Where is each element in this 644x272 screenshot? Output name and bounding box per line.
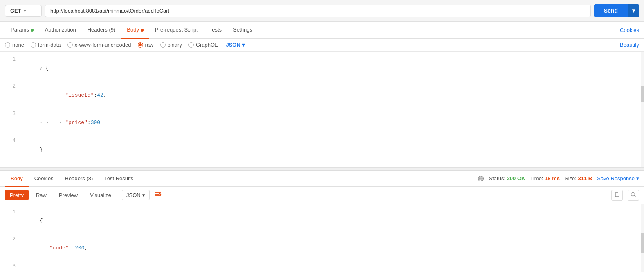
section-divider: [0, 168, 644, 171]
url-input[interactable]: [45, 5, 591, 17]
radio-graphql[interactable]: GraphQL: [188, 42, 218, 48]
resp-tab-test-results[interactable]: Test Results: [99, 171, 139, 187]
radio-circle-binary: [160, 42, 166, 48]
tab-pre-request[interactable]: Pre-request Script: [149, 22, 204, 39]
response-code-editor: 1 { 2 "code": 200, 3 "orderId": 6, 4 "me…: [0, 204, 644, 272]
radio-raw[interactable]: raw: [138, 42, 154, 48]
radio-circle-form-data: [31, 42, 36, 48]
time-value: 18 ms: [545, 175, 560, 181]
svg-rect-8: [615, 193, 619, 197]
size-label: Size: 311 B: [565, 175, 592, 181]
resp-tab-body[interactable]: Body: [5, 171, 29, 187]
send-label: Send: [594, 4, 628, 17]
status-label: Status: 200 OK: [489, 175, 525, 181]
wrap-icon[interactable]: [154, 191, 162, 200]
method-chevron: ▾: [24, 9, 26, 13]
request-tabs: Params Authorization Headers (9) Body Pr…: [0, 22, 644, 39]
radio-urlencoded[interactable]: x-www-form-urlencoded: [67, 42, 131, 48]
view-preview-button[interactable]: Preview: [54, 190, 83, 200]
time-label: Time: 18 ms: [530, 175, 560, 181]
radio-none[interactable]: none: [5, 42, 24, 48]
save-response-chevron: ▾: [636, 175, 639, 181]
url-bar: GET ▾ Send ▾: [0, 0, 644, 22]
tab-body[interactable]: Body: [121, 22, 149, 39]
resp-scrollbar-track: [641, 204, 644, 272]
response-view-bar: Pretty Raw Preview Visualize JSON ▾: [0, 187, 644, 204]
params-dot: [31, 29, 34, 32]
send-arrow-icon[interactable]: ▾: [628, 4, 639, 17]
method-label: GET: [10, 8, 21, 14]
method-selector[interactable]: GET ▾: [5, 5, 42, 17]
radio-form-data[interactable]: form-data: [31, 42, 61, 48]
req-line-2: 2 · · · · "issueId":42,: [0, 82, 644, 109]
send-button[interactable]: Send ▾: [594, 4, 639, 17]
tab-tests[interactable]: Tests: [204, 22, 227, 39]
search-icon[interactable]: [628, 190, 639, 201]
response-tabs-bar: Body Cookies Headers (8) Test Results St…: [0, 171, 644, 187]
resp-scrollbar-thumb[interactable]: [641, 233, 644, 253]
tab-headers[interactable]: Headers (9): [82, 22, 121, 39]
tab-settings[interactable]: Settings: [227, 22, 258, 39]
req-line-1: 1 ∨{: [0, 55, 644, 82]
tab-params[interactable]: Params: [5, 22, 39, 39]
cookies-link[interactable]: Cookies: [620, 27, 639, 33]
view-pretty-button[interactable]: Pretty: [5, 190, 29, 200]
radio-circle-none: [5, 42, 10, 48]
status-value: 200 OK: [507, 175, 525, 181]
copy-icon[interactable]: [611, 190, 623, 201]
beautify-button[interactable]: Beautify: [620, 42, 639, 48]
globe-icon: [478, 175, 484, 182]
resp-tab-headers[interactable]: Headers (8): [59, 171, 99, 187]
resp-tab-cookies[interactable]: Cookies: [29, 171, 59, 187]
radio-binary[interactable]: binary: [160, 42, 182, 48]
resp-line-3: 3 "orderId": 6,: [0, 262, 644, 272]
req-line-4: 4 }: [0, 136, 644, 163]
body-dot: [141, 29, 144, 32]
response-format-dropdown[interactable]: JSON ▾: [122, 190, 150, 200]
resp-line-2: 2 "code": 200,: [0, 235, 644, 262]
fold-icon[interactable]: ∨: [40, 66, 45, 72]
svg-line-10: [635, 195, 636, 197]
body-type-bar: none form-data x-www-form-urlencoded raw…: [0, 39, 644, 52]
size-value: 311 B: [578, 175, 592, 181]
tab-authorization[interactable]: Authorization: [39, 22, 82, 39]
radio-circle-raw: [138, 42, 143, 48]
response-action-icons: [611, 190, 639, 201]
response-status-area: Status: 200 OK Time: 18 ms Size: 311 B S…: [478, 175, 639, 182]
view-raw-button[interactable]: Raw: [31, 190, 52, 200]
request-code-editor[interactable]: 1 ∨{ 2 · · · · "issueId":42, 3 · · · · "…: [0, 52, 644, 168]
json-format-dropdown[interactable]: JSON ▾: [226, 42, 245, 48]
req-line-3: 3 · · · · "price":300: [0, 109, 644, 136]
editor-scrollbar-thumb[interactable]: [641, 86, 644, 102]
radio-circle-graphql: [188, 42, 194, 48]
json-chevron-icon: ▾: [242, 42, 245, 48]
format-chevron-icon: ▾: [142, 192, 145, 198]
radio-circle-urlencoded: [67, 42, 73, 48]
resp-line-1: 1 {: [0, 208, 644, 235]
save-response-button[interactable]: Save Response ▾: [597, 175, 639, 181]
editor-scrollbar-track: [641, 52, 644, 167]
view-visualize-button[interactable]: Visualize: [85, 190, 116, 200]
